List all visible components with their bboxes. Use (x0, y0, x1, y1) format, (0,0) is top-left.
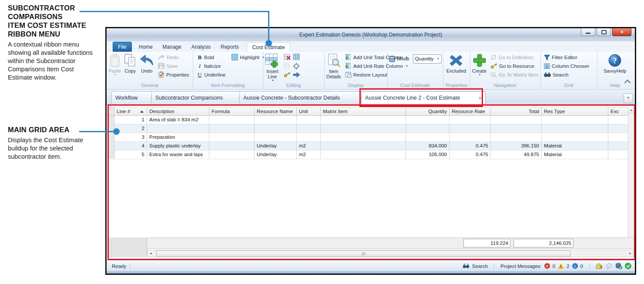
col-header-res-type[interactable]: Res Type (542, 107, 608, 116)
tab-reports[interactable]: Reports (217, 42, 242, 52)
scrollbar-thumb[interactable] (156, 251, 570, 257)
grid-row[interactable]: 2 (109, 124, 634, 133)
col-header-description[interactable]: Description (147, 107, 209, 116)
doc-tab-subcontractor-comparisons[interactable]: Subcontractor Comparisons × (151, 91, 245, 104)
grid-cell[interactable] (608, 116, 628, 124)
tab-close-icon[interactable]: × (478, 95, 482, 101)
grid-cell[interactable] (449, 133, 491, 142)
grid-cell[interactable]: Extra for waste and laps (147, 150, 209, 159)
grid-cell[interactable] (209, 150, 255, 159)
scroll-up-icon[interactable]: ▲ (628, 107, 634, 114)
tab-file[interactable]: File (113, 42, 132, 52)
doc-tab-workflow[interactable]: Workflow × (111, 91, 158, 104)
grid-cell[interactable] (209, 116, 255, 124)
filter-editor-button[interactable]: Filter Editor (543, 53, 590, 61)
excluded-button[interactable]: Excluded (445, 53, 467, 74)
doc-tab-aussie-concrete-line2-cost-estimate[interactable]: Aussie Concrete Line 2 - Cost Estimate × (361, 91, 486, 104)
grid-cell[interactable] (406, 133, 449, 142)
grid-cell[interactable]: m2 (297, 150, 321, 159)
row-indicator[interactable] (109, 116, 114, 124)
bold-button[interactable]: B Bold (196, 53, 226, 61)
permissions-key-icon[interactable] (596, 263, 603, 269)
grid-cell[interactable] (542, 124, 608, 133)
grid-cell[interactable] (542, 133, 608, 142)
grid-row[interactable]: 5 Extra for waste and laps Underlay m2 1… (109, 150, 634, 159)
grid-cell[interactable] (321, 150, 406, 159)
grid-cell[interactable] (297, 133, 321, 142)
grid-cell[interactable]: Material (542, 142, 608, 150)
row-indicator[interactable] (109, 142, 114, 150)
col-header-line[interactable]: Line # (114, 107, 147, 116)
database-sync-icon[interactable] (615, 263, 622, 269)
grid-row[interactable]: 4 Supply plastic underlay Underlay m2 83… (109, 142, 634, 150)
tools-button[interactable] (284, 72, 292, 80)
grid-cell[interactable] (608, 133, 628, 142)
col-header-formula[interactable]: Formula (209, 107, 255, 116)
grid-cell[interactable]: 396.150 (491, 142, 542, 150)
redo-button[interactable]: Redo (157, 53, 190, 61)
format-table-button[interactable] (293, 53, 302, 62)
grid-cell[interactable] (147, 124, 209, 133)
grid-cell[interactable] (255, 133, 297, 142)
go-to-matrix-item-button[interactable]: Go To Matrix Item (490, 70, 539, 79)
tab-list-dropdown-button[interactable]: ▼ (624, 94, 633, 103)
grid-cell[interactable]: Underlay (255, 142, 297, 150)
grid-cell[interactable] (608, 124, 628, 133)
comment-bubble-icon[interactable] (606, 263, 613, 269)
tab-manage[interactable]: Manage (159, 42, 185, 52)
tab-home[interactable]: Home (134, 42, 157, 52)
grid-cell[interactable] (542, 116, 608, 124)
underline-button[interactable]: U Underline (196, 70, 226, 79)
grid-row[interactable]: 3 Preparation (109, 133, 634, 142)
grid-cell[interactable] (209, 133, 255, 142)
minimize-button[interactable] (581, 28, 595, 36)
grid-cell[interactable]: Underlay (255, 150, 297, 159)
grid-cell[interactable] (209, 142, 255, 150)
grid-cell[interactable] (297, 116, 321, 124)
row-indicator[interactable] (109, 133, 114, 142)
grid-cell[interactable] (491, 116, 542, 124)
validation-ok-icon[interactable] (625, 263, 631, 269)
horizontal-scrollbar[interactable]: ◄ ► (147, 250, 634, 257)
grid-cell[interactable] (321, 124, 406, 133)
scroll-left-icon[interactable]: ◄ (148, 250, 154, 257)
item-details-button[interactable]: Item Details (325, 53, 342, 80)
renumber-button[interactable] (293, 63, 302, 71)
savvyhelp-button[interactable]: ? SavvyHelp (602, 53, 628, 74)
search-button[interactable]: Search (543, 70, 590, 79)
col-header-resource-name[interactable]: Resource Name (255, 107, 297, 116)
save-button[interactable]: Save (157, 62, 190, 70)
scroll-right-icon[interactable]: ► (627, 250, 634, 257)
grid-cell[interactable]: 105.000 (406, 150, 449, 159)
grid-cell[interactable]: Supply plastic underlay (147, 142, 209, 150)
italicize-button[interactable]: I Italicize (196, 62, 226, 70)
grid-cell[interactable] (608, 142, 628, 150)
vertical-scrollbar[interactable]: ▲ (628, 107, 634, 237)
restore-button[interactable] (597, 28, 611, 36)
grid-cell[interactable]: Material (542, 150, 608, 159)
grid-cell[interactable] (449, 124, 491, 133)
go-to-definition-button[interactable]: Go to Definition (490, 53, 539, 61)
mode-select[interactable]: Quantity ▼ (413, 54, 442, 63)
grid-cell[interactable] (209, 124, 255, 133)
status-search[interactable]: Search (472, 264, 488, 269)
grid-cell[interactable]: Area of slab = 834 m2 (147, 116, 209, 124)
grid-cell[interactable] (255, 116, 297, 124)
col-header-total[interactable]: Total (491, 107, 542, 116)
highlight-button[interactable]: Highlight ▼ (231, 53, 265, 61)
grid-cell[interactable] (406, 124, 449, 133)
project-messages-label[interactable]: Project Messages: (500, 264, 542, 269)
undo-button[interactable]: Undo (138, 53, 155, 74)
col-header-resource-rate[interactable]: Resource Rate (449, 107, 491, 116)
grid-cell[interactable] (491, 133, 542, 142)
copy-button[interactable]: Copy (122, 53, 138, 74)
grid-cell[interactable] (321, 142, 406, 150)
grid-cell[interactable]: 0.475 (449, 142, 491, 150)
grid-cell[interactable] (297, 124, 321, 133)
grid-cell[interactable] (321, 133, 406, 142)
close-button[interactable]: × (612, 28, 631, 36)
col-header-unit[interactable]: Unit (297, 107, 321, 116)
grid-cell[interactable]: 3 (114, 133, 147, 142)
grid-cell[interactable]: Preparation (147, 133, 209, 142)
go-forward-button[interactable] (293, 72, 302, 80)
